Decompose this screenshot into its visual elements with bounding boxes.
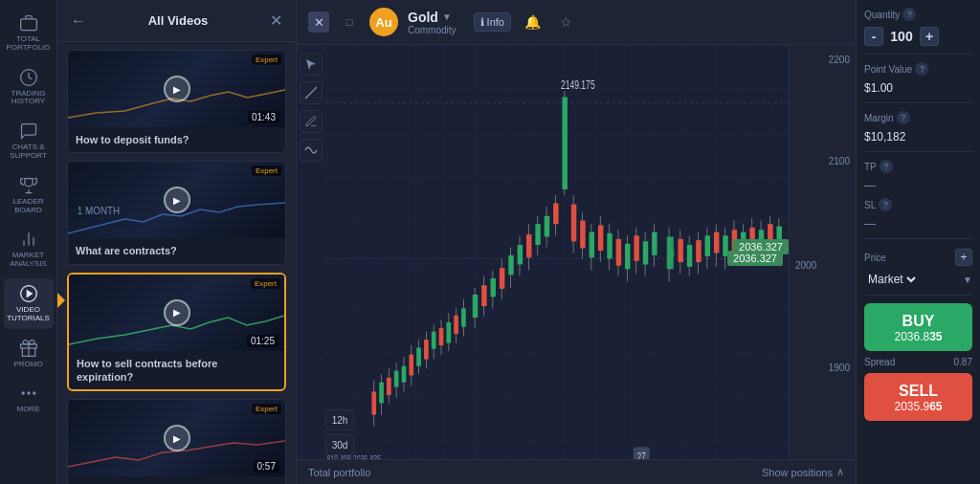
video-title-3: How to sell contracts before expiration?	[77, 357, 277, 385]
sidebar-item-more[interactable]: MORE	[4, 378, 54, 420]
svg-rect-78	[616, 239, 621, 266]
play-button-3[interactable]: ▶	[164, 299, 190, 326]
line-tool[interactable]	[300, 81, 323, 104]
y-label-1900: 1900	[795, 363, 850, 373]
svg-rect-31	[416, 347, 421, 365]
svg-rect-14	[325, 45, 789, 484]
tp-info-icon[interactable]: ?	[880, 160, 893, 173]
price-add-button[interactable]: +	[955, 249, 972, 266]
back-button[interactable]: ←	[69, 11, 88, 32]
quantity-info-icon[interactable]: ?	[902, 8, 916, 21]
point-value-info-icon[interactable]: ?	[915, 62, 928, 76]
sidebar-item-label: LEADER BOARD	[12, 198, 43, 215]
price-type-select[interactable]: Market Limit	[864, 272, 919, 287]
svg-rect-35	[432, 332, 436, 349]
sidebar-item-total-portfolio[interactable]: TOTAL PORTFOLIO	[4, 8, 54, 58]
star-button[interactable]: ☆	[554, 12, 578, 32]
sl-display: —	[864, 217, 972, 231]
svg-point-11	[33, 392, 35, 395]
svg-rect-19	[371, 391, 376, 414]
buy-button[interactable]: BUY 2036.835	[864, 303, 972, 351]
asset-info: Gold ▼ Commodity	[408, 10, 457, 35]
divider-3	[864, 151, 972, 152]
svg-rect-53	[508, 255, 513, 275]
spread-row: Spread 0.87	[864, 357, 972, 367]
svg-rect-84	[643, 241, 648, 264]
timeframe-button[interactable]: 12h	[325, 409, 354, 430]
asset-icon: Au	[369, 8, 398, 36]
margin-row: Margin ?	[864, 111, 972, 124]
svg-rect-21	[379, 383, 384, 404]
video-panel-title: All Videos	[148, 13, 209, 28]
video-title-2: What are contracts?	[76, 244, 278, 257]
cursor-tool[interactable]	[300, 53, 323, 76]
svg-rect-82	[634, 235, 638, 261]
svg-rect-63	[553, 203, 558, 224]
y-label-2100: 2100	[795, 156, 850, 166]
market-dropdown-arrow[interactable]: ▼	[963, 275, 972, 285]
info-button[interactable]: ℹ Info	[474, 12, 511, 32]
video-card-3[interactable]: ▶ Expert 01:25 How to sell contracts bef…	[67, 273, 286, 392]
sidebar-item-market-analysis[interactable]: MARKET ANALYSIS	[4, 224, 54, 275]
quantity-minus-button[interactable]: -	[864, 27, 883, 46]
video-thumbnail-4: ▶ Expert 0:57	[68, 400, 285, 476]
svg-point-10	[27, 392, 30, 395]
divider-5	[864, 295, 972, 296]
play-button-4[interactable]: ▶	[164, 425, 190, 451]
svg-rect-99	[714, 232, 719, 253]
sidebar-item-video-tutorials[interactable]: VIDEO TUTORIALS	[4, 278, 54, 329]
margin-info-icon[interactable]: ?	[897, 111, 910, 124]
chart-close-button[interactable]: ✕	[308, 11, 329, 33]
play-button-1[interactable]: ▶	[164, 76, 190, 102]
price-line-label: 2036.327	[733, 239, 789, 254]
tp-value: —	[864, 179, 876, 192]
video-card-2[interactable]: 1 MONTH ▶ Expert What are contracts?	[67, 161, 286, 264]
svg-rect-55	[518, 245, 523, 265]
margin-label: Margin ?	[864, 111, 910, 124]
margin-value: $10,182	[864, 130, 905, 143]
svg-rect-51	[500, 268, 504, 289]
sidebar-item-leader-board[interactable]: LEADER BOARD	[4, 170, 54, 221]
chart-tools	[297, 45, 325, 484]
sl-value: —	[864, 217, 876, 231]
sell-button[interactable]: SELL 2035.965	[864, 373, 972, 421]
show-positions-button[interactable]: Show positions ∧	[762, 466, 844, 478]
sidebar-item-label: TRADING HISTORY	[11, 90, 46, 107]
sidebar-item-chats-support[interactable]: CHATS & SUPPORT	[4, 116, 54, 166]
sidebar-item-promo[interactable]: PROMO	[4, 333, 54, 375]
svg-rect-45	[473, 295, 478, 318]
close-panel-button[interactable]: ✕	[268, 10, 284, 32]
svg-rect-27	[402, 366, 407, 383]
briefcase-icon	[19, 13, 38, 33]
right-trading-panel: Quantity ? - 100 + Point Value ? $1.00 M…	[856, 0, 980, 484]
svg-rect-49	[491, 278, 496, 297]
video-card-4[interactable]: ▶ Expert 0:57 What are the profit after …	[67, 399, 286, 484]
period-button[interactable]: 30d	[325, 434, 354, 455]
sidebar-item-trading-history[interactable]: TRADING HISTORY	[4, 62, 54, 113]
asset-name: Gold ▼	[408, 10, 457, 25]
bottom-bar: Total portfolio Show positions ∧	[297, 459, 856, 484]
wave-tool[interactable]	[300, 139, 323, 162]
svg-marker-6	[27, 291, 32, 297]
dropdown-arrow-icon[interactable]: ▼	[442, 11, 452, 22]
sl-info-icon[interactable]: ?	[879, 198, 892, 211]
play-button-2[interactable]: ▶	[164, 187, 190, 213]
pencil-tool[interactable]	[300, 110, 323, 133]
sl-row: SL ?	[864, 198, 972, 211]
total-portfolio-label: Total portfolio	[308, 467, 370, 478]
sidebar-item-label: MORE	[17, 406, 40, 414]
quantity-row: Quantity ?	[864, 8, 972, 21]
bell-button[interactable]: 🔔	[519, 12, 546, 32]
svg-rect-86	[652, 232, 657, 255]
price-label: Price	[864, 253, 886, 263]
quantity-plus-button[interactable]: +	[920, 27, 939, 46]
svg-rect-33	[424, 340, 429, 360]
sidebar-item-label: PROMO	[13, 361, 42, 369]
chart-resize-button[interactable]: □	[339, 11, 360, 33]
svg-rect-61	[545, 216, 549, 237]
svg-rect-91	[678, 239, 682, 262]
video-card-1[interactable]: ▶ Expert 01:43 How to deposit funds?	[67, 50, 286, 153]
price-market-row: Market Limit ▼	[864, 272, 972, 287]
video-label-3: Expert	[251, 278, 280, 289]
svg-rect-43	[461, 308, 466, 326]
